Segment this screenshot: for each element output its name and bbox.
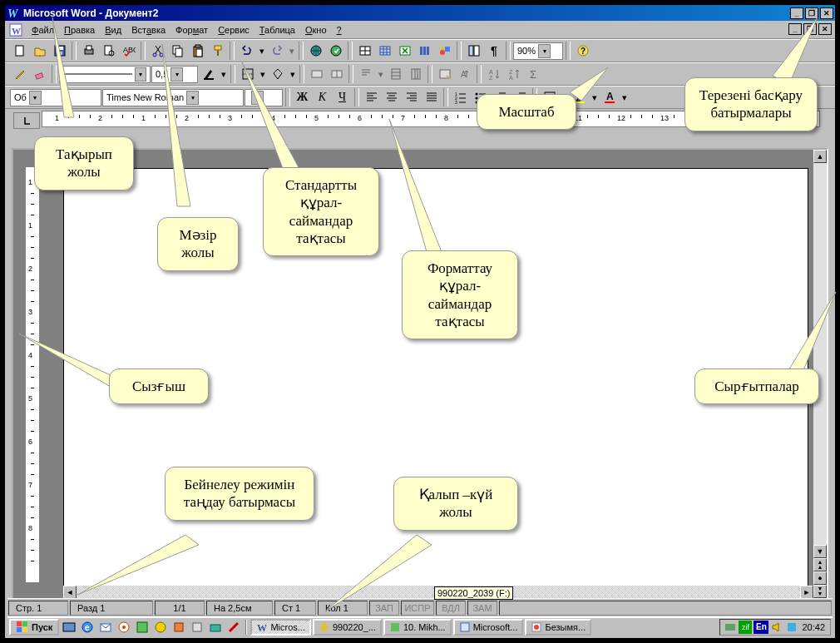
- web-toolbar-button[interactable]: [326, 42, 345, 60]
- underline-button[interactable]: Ч: [333, 88, 352, 106]
- svg-text:W: W: [257, 622, 267, 633]
- menu-help[interactable]: ?: [332, 23, 347, 37]
- distribute-rows-button[interactable]: [386, 65, 405, 83]
- quicklaunch-item8[interactable]: [189, 619, 205, 636]
- align-left-button[interactable]: [362, 88, 381, 106]
- svg-text:A: A: [509, 75, 513, 81]
- print-preview-button[interactable]: [99, 42, 118, 60]
- svg-rect-62: [22, 621, 27, 626]
- numbering-button[interactable]: 123: [451, 88, 470, 106]
- task-item-word[interactable]: W Micros...: [250, 619, 311, 636]
- lang-indicator[interactable]: En: [754, 621, 768, 634]
- next-page-button[interactable]: ▼▼: [813, 585, 827, 598]
- status-ovr[interactable]: ЗАМ: [467, 601, 497, 616]
- menu-insert[interactable]: Вставка: [126, 23, 170, 37]
- status-section: Разд 1: [70, 601, 153, 616]
- columns-button[interactable]: [415, 42, 434, 60]
- help-button[interactable]: ?: [573, 42, 592, 60]
- draw-table-button[interactable]: [10, 65, 29, 83]
- tray-icon-zif[interactable]: zif: [739, 621, 752, 634]
- scroll-up-button[interactable]: ▲: [813, 150, 827, 163]
- split-cells-button[interactable]: [327, 65, 346, 83]
- app-icon: W: [7, 7, 20, 20]
- browse-object-button[interactable]: ●: [813, 571, 827, 585]
- quicklaunch-item6[interactable]: [152, 619, 169, 636]
- svg-rect-83: [788, 623, 796, 631]
- scroll-down-button[interactable]: ▼: [813, 545, 827, 558]
- quicklaunch-item7[interactable]: [170, 619, 187, 636]
- task-item-5[interactable]: Безымя...: [525, 619, 591, 636]
- spellcheck-button[interactable]: ABC: [119, 42, 138, 60]
- undo-button[interactable]: [237, 42, 256, 60]
- insert-table-button[interactable]: [375, 42, 394, 60]
- format-painter-button[interactable]: [208, 42, 227, 60]
- zoom-value: 90%: [517, 46, 536, 56]
- border-color-dd[interactable]: ▾: [219, 65, 228, 83]
- callout-view-btn: Бейнелеу режимін таңдау батырмасы: [165, 467, 314, 521]
- redo-button[interactable]: [267, 42, 286, 60]
- new-button[interactable]: [10, 42, 29, 60]
- tray-volume-icon[interactable]: [770, 621, 783, 634]
- zoom-dropdown-icon[interactable]: ▾: [538, 44, 551, 58]
- sort-asc-button[interactable]: AZ: [484, 65, 503, 83]
- clock[interactable]: 20:42: [800, 622, 827, 632]
- task-item-4[interactable]: Microsoft...: [453, 619, 524, 636]
- tray-icon-4[interactable]: [785, 621, 798, 634]
- callout-title: Тақырып жолы: [34, 136, 134, 190]
- svg-point-54: [475, 93, 477, 96]
- drawing-button[interactable]: [435, 42, 454, 60]
- start-label: Пуск: [32, 622, 52, 632]
- excel-button[interactable]: [395, 42, 414, 60]
- callout-fmt-toolbar: Форматтау құрал-саймандар тақтасы: [402, 250, 518, 339]
- menu-window[interactable]: Окно: [300, 23, 332, 37]
- quicklaunch-desktop[interactable]: [61, 619, 77, 636]
- quicklaunch-ie[interactable]: e: [79, 619, 96, 636]
- undo-dropdown[interactable]: ▾: [257, 42, 266, 60]
- doc-map-button[interactable]: [464, 42, 483, 60]
- align-dd[interactable]: ▾: [376, 65, 385, 83]
- menu-table[interactable]: Таблица: [254, 23, 300, 37]
- align-justify-button[interactable]: [422, 88, 441, 106]
- scroll-right-button[interactable]: ►: [800, 586, 813, 599]
- svg-rect-63: [17, 627, 22, 632]
- autoformat-button[interactable]: [435, 65, 454, 83]
- distribute-cols-button[interactable]: [406, 65, 425, 83]
- svg-text:e: e: [85, 623, 90, 632]
- hyperlink-button[interactable]: [306, 42, 325, 60]
- quicklaunch-item10[interactable]: [225, 619, 242, 636]
- svg-rect-61: [17, 621, 22, 626]
- align-top-button[interactable]: [356, 65, 375, 83]
- redo-dropdown[interactable]: ▾: [287, 42, 296, 60]
- menu-format[interactable]: Формат: [170, 23, 213, 37]
- task-item-2[interactable]: 990220_...: [313, 619, 382, 636]
- tables-borders-button[interactable]: [355, 42, 374, 60]
- quicklaunch-item9[interactable]: [207, 619, 224, 636]
- menu-service[interactable]: Сервис: [213, 23, 254, 37]
- autosum-button[interactable]: Σ: [524, 65, 543, 83]
- prev-page-button[interactable]: ▲▲: [813, 558, 827, 571]
- svg-marker-91: [788, 292, 836, 380]
- window-title: Microsoft Word - Документ2: [23, 7, 790, 19]
- svg-rect-82: [725, 624, 735, 631]
- svg-text:Z: Z: [489, 75, 493, 81]
- sort-desc-button[interactable]: ZA: [504, 65, 523, 83]
- tray-icon-1[interactable]: [724, 621, 737, 634]
- align-center-button[interactable]: [382, 88, 401, 106]
- document-icon[interactable]: W: [8, 22, 25, 37]
- start-button[interactable]: Пуск: [9, 619, 59, 636]
- quicklaunch-channels[interactable]: [116, 619, 132, 636]
- tooltip: 990220_2039 (F:): [434, 586, 513, 600]
- line-style-dd-icon[interactable]: ▾: [135, 67, 146, 82]
- quicklaunch-item5[interactable]: [134, 619, 151, 636]
- menu-view[interactable]: Вид: [100, 23, 126, 37]
- task-item-3[interactable]: 10. Mikh...: [383, 619, 452, 636]
- svg-marker-86: [242, 62, 300, 171]
- scroll-left-button[interactable]: ◄: [63, 586, 77, 599]
- quicklaunch-oe[interactable]: [97, 619, 114, 636]
- text-direction-button[interactable]: A: [455, 65, 474, 83]
- print-button[interactable]: [79, 42, 98, 60]
- align-right-button[interactable]: [402, 88, 421, 106]
- show-hide-button[interactable]: ¶: [484, 42, 503, 60]
- svg-marker-90: [19, 334, 111, 387]
- zoom-combo[interactable]: 90% ▾: [513, 42, 563, 60]
